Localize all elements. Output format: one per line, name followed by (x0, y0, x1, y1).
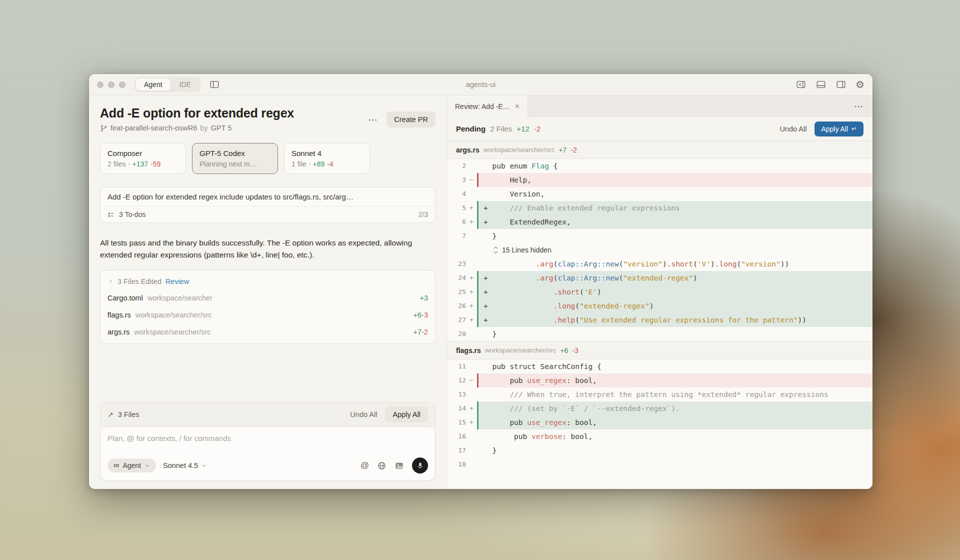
diff-file-header[interactable]: args.rsworkspace/searcher/src+7-2 (447, 141, 872, 159)
diff-line: 3− Help, (447, 173, 872, 187)
view-switcher: Agent IDE (134, 77, 200, 92)
dot-separator (309, 164, 310, 165)
traffic-minimize-button[interactable] (108, 82, 114, 88)
diff-line: 2 pub enum Flag { (447, 159, 872, 173)
files-count-label: 3 Files (118, 410, 140, 418)
settings-gear-icon[interactable]: ⚙ (856, 80, 864, 90)
pending-label: Pending (456, 124, 486, 133)
pending-bar: Pending 2 Files +12 -2 Undo All Apply Al… (447, 117, 872, 141)
window-controls (97, 82, 126, 88)
diff-line: 6++ ExtendedRegex, (447, 215, 872, 229)
diff-line: 7 } (447, 229, 872, 243)
code-text: .arg(clap::Arg::new("version").short('V'… (478, 257, 872, 271)
edited-file-row[interactable]: args.rs workspace/searcher/src +7-2 (100, 324, 435, 340)
composer: Plan, @ for contexts, / for commands ∞ A… (100, 426, 436, 481)
code-text: } (478, 444, 872, 458)
branch-by-label: by (200, 124, 208, 132)
tab-ide[interactable]: IDE (172, 78, 199, 90)
diff-line: 17 } (447, 444, 872, 458)
code-text: pub struct SearchConfig { (478, 360, 872, 374)
code-text: } (478, 327, 872, 341)
diff-hidden-lines[interactable]: 15 Lines hidden (447, 243, 872, 257)
composer-input[interactable]: Plan, @ for contexts, / for commands (108, 434, 428, 442)
agent-panel: Add -E option for extended regex fea (89, 96, 447, 489)
expand-lines-icon (493, 246, 498, 254)
review-undo-all-button[interactable]: Undo All (780, 125, 806, 133)
diff-line: 14+ /// (set by `-E` / `--extended-regex… (447, 402, 872, 416)
code-text: Help, (478, 173, 872, 187)
diff-line: 26++ .long("extended-regex") (447, 299, 872, 313)
diff-line: 11 pub struct SearchConfig { (447, 360, 872, 374)
code-text: pub use_regex: bool, (478, 374, 872, 388)
return-key-icon: ↵ (852, 125, 857, 132)
todos-icon (108, 211, 115, 218)
model-select[interactable]: Sonnet 4.5 (163, 462, 206, 470)
diff-line: 12− pub use_regex: bool, (447, 374, 872, 388)
diff-line: 23 .arg(clap::Arg::new("version").short(… (447, 257, 872, 271)
branch-name: feat-parallel-search-oswR6 (110, 124, 197, 132)
agent-card-composer[interactable]: Composer 2 files +137-59 (100, 143, 186, 174)
diff-line: 27++ .help("Use extended regular express… (447, 313, 872, 327)
diff-line: 15+ pub use_regex: bool, (447, 416, 872, 430)
code-text: + .help("Use extended regular expression… (478, 313, 872, 327)
diff-line: 4 Version, (447, 187, 872, 201)
traffic-close-button[interactable] (97, 82, 104, 88)
review-tab[interactable]: Review: Add -E… × (447, 96, 528, 117)
chevron-right-icon[interactable] (108, 278, 114, 284)
undo-all-button[interactable]: Undo All (350, 410, 377, 418)
more-menu-icon[interactable]: ⋯ (366, 114, 380, 126)
mic-button[interactable] (412, 458, 428, 474)
diff-line: 28 } (447, 327, 872, 341)
pending-deletions: -2 (534, 124, 540, 133)
code-text: pub use_regex: bool, (478, 416, 872, 430)
agent-card-sonnet4[interactable]: Sonnet 4 1 file +89-4 (284, 143, 370, 174)
sidebar-toggle-icon[interactable] (208, 78, 222, 92)
hidden-lines-label: 15 Lines hidden (488, 243, 872, 257)
diff-line: 5++ /// Enable extended regular expressi… (447, 201, 872, 215)
app-window: Agent IDE agents-ui (89, 74, 872, 489)
agent-card-gpt5-codex[interactable]: GPT-5 Codex Planning next m… (192, 143, 278, 174)
apply-all-button[interactable]: Apply All (385, 406, 428, 422)
bottom-panel-icon[interactable] (816, 79, 826, 90)
infinity-icon: ∞ (114, 462, 119, 470)
window-title: agents-ui (89, 80, 872, 88)
mention-icon[interactable]: @ (360, 460, 369, 470)
task-box[interactable]: Add -E option for extended regex include… (100, 187, 436, 223)
code-text: + .long("extended-regex") (478, 299, 872, 313)
diff-line: 24++ .arg(clap::Arg::new("extended-regex… (447, 271, 872, 285)
code-text: + /// Enable extended regular expression… (478, 201, 872, 215)
review-link[interactable]: Review (166, 278, 190, 286)
review-tabbar: Review: Add -E… × ⋯ (447, 96, 872, 117)
code-text: pub enum Flag { (478, 159, 872, 173)
edited-file-row[interactable]: Cargo.toml workspace/searcher +3 (100, 290, 435, 306)
review-apply-all-button[interactable]: Apply All ↵ (814, 122, 864, 136)
diff-area: args.rsworkspace/searcher/src+7-22 pub e… (447, 141, 872, 489)
git-branch-icon (100, 124, 108, 132)
diff-line: 13 /// When true, interpret the pattern … (447, 388, 872, 402)
code-text: /// (set by `-E` / `--extended-regex`). (478, 402, 872, 416)
review-panel: Review: Add -E… × ⋯ Pending 2 Files +12 … (447, 96, 872, 489)
page-title: Add -E option for extended regex (100, 106, 294, 120)
create-pr-button[interactable]: Create PR (386, 112, 436, 128)
diff-line: 18 (447, 458, 872, 472)
image-icon[interactable] (394, 461, 404, 470)
todos-label: 3 To-dos (119, 210, 146, 218)
review-more-menu-icon[interactable]: ⋯ (852, 100, 866, 112)
mode-select[interactable]: ∞ Agent (108, 458, 156, 472)
code-text: pub verbose: bool, (478, 430, 872, 444)
task-text: Add -E option for extended regex include… (100, 188, 435, 206)
traffic-zoom-button[interactable] (119, 82, 126, 88)
diff-line: 16 pub verbose: bool, (447, 430, 872, 444)
code-text: /// When true, interpret the pattern usi… (478, 388, 872, 402)
edited-file-row[interactable]: flags.rs workspace/searcher/src +6-3 (100, 306, 435, 324)
close-icon[interactable]: × (515, 102, 520, 110)
tab-agent[interactable]: Agent (136, 78, 170, 90)
assistant-message: All tests pass and the binary builds suc… (100, 237, 429, 261)
pending-files-bar: ↗ 3 Files Undo All Apply All (100, 402, 436, 426)
diff-file-header[interactable]: flags.rsworkspace/searcher/src+6-3 (447, 341, 872, 360)
globe-icon[interactable] (377, 461, 386, 470)
code-text: + ExtendedRegex, (478, 215, 872, 229)
arrow-up-right-icon: ↗ (108, 410, 114, 418)
right-panel-icon[interactable] (836, 79, 846, 90)
collapse-left-panel-icon[interactable] (796, 79, 806, 90)
